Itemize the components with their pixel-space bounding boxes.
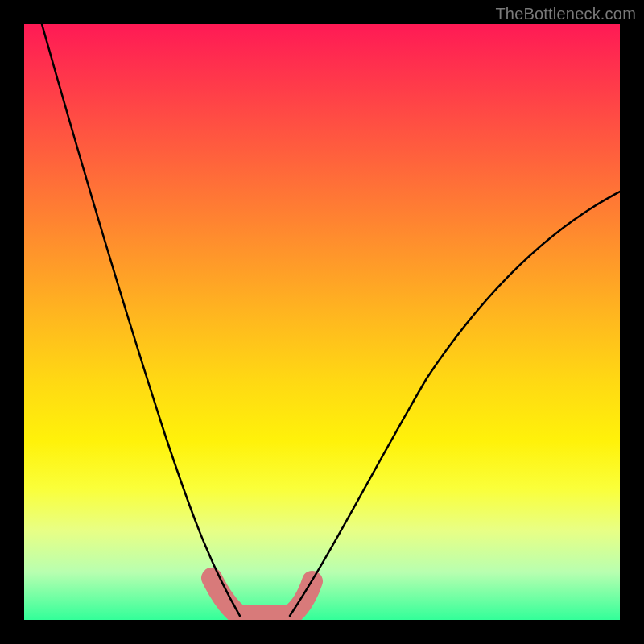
- curve-layer: [24, 24, 620, 620]
- plot-area: [24, 24, 620, 620]
- watermark-text: TheBottleneck.com: [495, 5, 636, 23]
- right-curve: [290, 192, 620, 616]
- valley-highlight: [212, 578, 312, 616]
- chart-frame: TheBottleneck.com: [0, 0, 644, 644]
- left-curve: [42, 24, 240, 616]
